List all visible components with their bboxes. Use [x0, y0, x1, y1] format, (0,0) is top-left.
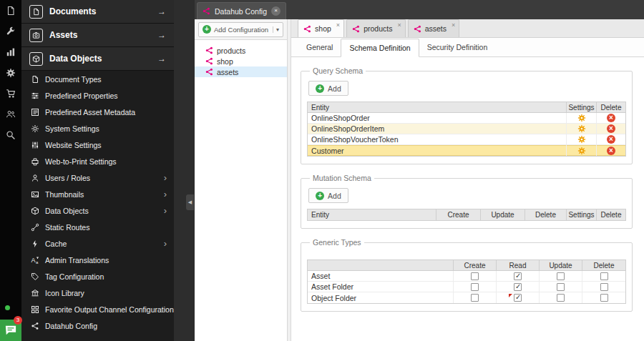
- ecommerce-cart-icon[interactable]: [5, 88, 16, 99]
- update-checkbox[interactable]: [557, 294, 565, 302]
- chat-bubble-icon: [4, 325, 17, 336]
- query-schema-fieldset: Query Schema Add Entity Settings Delete: [301, 66, 633, 164]
- column-header-update[interactable]: Update: [481, 209, 525, 220]
- column-header-entity[interactable]: Entity: [308, 209, 436, 220]
- settings-gear-icon[interactable]: [567, 124, 597, 134]
- schema-definition-content: Query Schema Add Entity Settings Delete: [291, 57, 644, 341]
- tab-shop[interactable]: shop ×: [298, 19, 344, 37]
- table-header-row: Create Read Update Delete: [308, 260, 625, 271]
- delete-checkbox[interactable]: [600, 283, 608, 291]
- table-row-object-folder[interactable]: Object Folder: [308, 292, 625, 303]
- sidebar-item-datahub-config[interactable]: Datahub Config: [21, 317, 174, 334]
- user-icon: [31, 174, 39, 182]
- create-checkbox[interactable]: [471, 272, 479, 280]
- close-icon[interactable]: ×: [335, 20, 341, 29]
- read-checkbox[interactable]: [514, 283, 522, 291]
- datahub-icon: [205, 57, 213, 65]
- close-icon[interactable]: ×: [271, 6, 280, 16]
- update-checkbox[interactable]: [557, 283, 565, 291]
- add-configuration-button[interactable]: Add Configuration ▾: [198, 22, 283, 37]
- delete-icon[interactable]: [607, 147, 615, 155]
- delete-icon[interactable]: [607, 114, 615, 122]
- sidebar-item-favorite-output-channel-configurations[interactable]: Favorite Output Channel Configurations: [21, 301, 174, 317]
- table-row-onlineshoporderitem[interactable]: OnlineShopOrderItem: [308, 124, 625, 134]
- delete-icon[interactable]: [607, 124, 615, 133]
- table-row-onlineshopvouchertoken[interactable]: OnlineShopVoucherToken: [308, 134, 625, 145]
- mutation-schema-add-button[interactable]: Add: [308, 188, 348, 203]
- sidebar-item-static-routes[interactable]: Static Routes: [21, 219, 174, 235]
- column-header-name[interactable]: [308, 260, 454, 270]
- build-tools-icon[interactable]: [5, 26, 16, 37]
- sidebar-item-thumbnails[interactable]: Thumbnails: [21, 186, 174, 202]
- sidebar-item-predefined-asset-metadata[interactable]: Predefined Asset Metadata: [21, 104, 174, 120]
- plus-icon: [316, 192, 324, 200]
- collapse-panel-chevron[interactable]: ◀: [186, 194, 194, 210]
- settings-gear-icon[interactable]: [567, 113, 597, 123]
- image-icon: [31, 190, 39, 199]
- search-icon[interactable]: [5, 129, 16, 141]
- sidebar-item-data-objects[interactable]: Data Objects: [21, 202, 174, 219]
- table-row-customer-selected[interactable]: Customer: [308, 145, 625, 156]
- chevron-down-icon[interactable]: ▾: [273, 26, 279, 33]
- sidebar-item-label: Web-to-Print Settings: [45, 157, 117, 166]
- query-schema-add-button[interactable]: Add: [308, 81, 348, 96]
- tab-security-definition[interactable]: Security Definition: [419, 38, 496, 56]
- delete-checkbox[interactable]: [600, 294, 608, 302]
- column-header-create[interactable]: Create: [436, 209, 481, 220]
- tree-item-assets[interactable]: assets: [195, 66, 287, 77]
- sidebar-item-cache[interactable]: Cache: [21, 235, 174, 252]
- sidebar-item-users-roles[interactable]: Users / Roles: [21, 169, 174, 186]
- tab-general[interactable]: General: [298, 38, 341, 56]
- sidebar-item-data-objects[interactable]: Data Objects →: [21, 47, 174, 71]
- column-header-settings[interactable]: Settings: [567, 209, 597, 220]
- sidebar-item-web-to-print-settings[interactable]: Web-to-Print Settings: [21, 153, 174, 169]
- tab-schema-definition[interactable]: Schema Definition: [341, 39, 419, 57]
- column-header-entity[interactable]: Entity: [308, 102, 567, 112]
- users-icon[interactable]: [5, 109, 16, 120]
- close-icon[interactable]: ×: [450, 20, 456, 29]
- sidebar-item-icon-library[interactable]: Icon Library: [21, 285, 174, 301]
- column-header-update[interactable]: Update: [540, 260, 582, 270]
- settings-gear-icon[interactable]: [567, 145, 597, 156]
- sidebar-item-admin-translations[interactable]: Aa Admin Translations: [21, 252, 174, 268]
- table-row-onlineshoporder[interactable]: OnlineShopOrder: [308, 113, 625, 124]
- sidebar-item-tag-configuration[interactable]: Tag Configuration: [21, 268, 174, 285]
- read-checkbox[interactable]: [514, 294, 522, 302]
- column-header-delete[interactable]: Delete: [582, 260, 625, 270]
- tree-item-shop[interactable]: shop: [195, 56, 287, 66]
- read-checkbox[interactable]: [514, 272, 522, 280]
- tree-item-label: assets: [217, 68, 238, 76]
- update-cell: [540, 271, 582, 281]
- sidebar-item-predefined-properties[interactable]: Predefined Properties: [21, 87, 174, 104]
- delete-checkbox[interactable]: [600, 272, 608, 280]
- column-header-read[interactable]: Read: [497, 260, 540, 270]
- sidebar-item-website-settings[interactable]: Website Settings: [21, 137, 174, 153]
- configuration-tree-panel: Add Configuration ▾ products shop: [195, 19, 287, 341]
- chat-tile[interactable]: 3: [0, 320, 21, 341]
- delete-icon[interactable]: [607, 135, 615, 144]
- sidebar-item-documents[interactable]: Documents →: [21, 0, 174, 24]
- tab-assets[interactable]: assets ×: [408, 19, 460, 37]
- reports-icon[interactable]: [5, 46, 16, 58]
- create-checkbox[interactable]: [471, 294, 479, 302]
- close-icon[interactable]: ×: [396, 20, 401, 29]
- column-header-settings[interactable]: Settings: [567, 102, 597, 112]
- delete-cell: [597, 145, 625, 156]
- tree-item-products[interactable]: products: [195, 45, 287, 56]
- create-checkbox[interactable]: [471, 283, 479, 291]
- table-row-asset[interactable]: Asset: [308, 271, 625, 282]
- column-header-delete2[interactable]: Delete: [597, 209, 625, 220]
- documents-icon[interactable]: [5, 5, 16, 16]
- sidebar-item-document-types[interactable]: Document Types: [21, 71, 174, 87]
- settings-gear-icon[interactable]: [5, 67, 16, 79]
- column-header-create[interactable]: Create: [454, 260, 497, 270]
- tab-products[interactable]: products ×: [346, 19, 406, 37]
- window-tab-datahub-config[interactable]: Datahub Config ×: [197, 2, 286, 19]
- sidebar-item-assets[interactable]: Assets →: [21, 24, 174, 47]
- sidebar-item-system-settings[interactable]: System Settings: [21, 120, 174, 137]
- column-header-delete[interactable]: Delete: [597, 102, 625, 112]
- settings-gear-icon[interactable]: [567, 134, 597, 144]
- column-header-delete[interactable]: Delete: [525, 209, 567, 220]
- table-row-asset-folder[interactable]: Asset Folder: [308, 282, 625, 292]
- update-checkbox[interactable]: [557, 272, 565, 280]
